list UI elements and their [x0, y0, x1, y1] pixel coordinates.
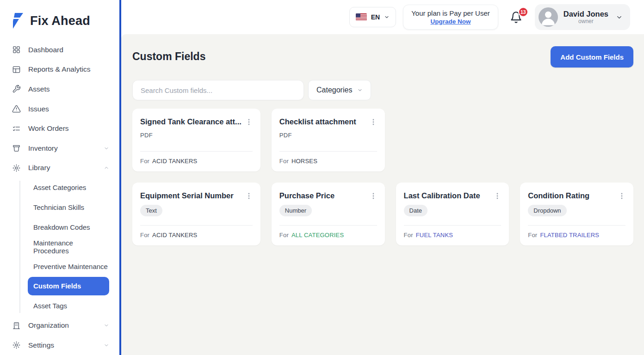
chevron-up-icon — [104, 165, 109, 171]
kebab-menu-icon[interactable] — [494, 192, 501, 200]
sidebar-item-technician-skills[interactable]: Technician Skills — [28, 197, 109, 217]
sidebar-item-inventory[interactable]: Inventory — [0, 138, 119, 158]
user-menu[interactable]: David Jones owner — [535, 4, 630, 30]
kebab-menu-icon[interactable] — [618, 192, 625, 200]
sidebar-item-label: Organization — [28, 321, 69, 330]
person-icon — [539, 7, 558, 27]
upgrade-now-link[interactable]: Upgrade Now — [431, 18, 471, 25]
search-input[interactable] — [132, 80, 304, 100]
chevron-down-icon — [104, 146, 109, 151]
kebab-menu-icon[interactable] — [370, 118, 377, 126]
page-title: Custom Fields — [132, 50, 205, 63]
for-label: For — [279, 232, 289, 239]
custom-field-card: Purchase Price Number For ALL CATEGORIES — [272, 183, 385, 245]
sidebar-item-asset-categories[interactable]: Asset Categories — [28, 178, 109, 198]
card-title: Last Calibration Date — [404, 191, 480, 200]
for-label: For — [140, 232, 149, 239]
brand-logo: Fix Ahead — [0, 0, 119, 30]
organization-icon — [12, 321, 21, 330]
card-category: ALL CATEGORIES — [291, 232, 344, 239]
kebab-menu-icon[interactable] — [245, 192, 253, 200]
sidebar-item-preventive-maintenance[interactable]: Preventive Maintenance — [28, 257, 109, 276]
kebab-menu-icon[interactable] — [370, 192, 377, 200]
sidebar-item-maintenance-procedures[interactable]: Maintenance Procedures — [28, 237, 109, 257]
us-flag-icon — [356, 13, 367, 21]
sub-item-label: Breakdown Codes — [33, 223, 90, 231]
field-type-badge: Dropdown — [528, 205, 566, 216]
sidebar-item-organization[interactable]: Organization — [0, 316, 119, 336]
add-custom-fields-button[interactable]: Add Custom Fields — [551, 46, 633, 67]
sub-item-label: Preventive Maintenance — [33, 263, 108, 270]
sidebar-nav: Dashboard Reports & Analytics Assets Iss… — [0, 40, 119, 355]
sidebar-item-label: Issues — [28, 105, 49, 113]
card-title: Equipment Serial Number — [140, 191, 234, 200]
chevron-down-icon — [384, 14, 390, 20]
custom-fields-grid: Signed Tank Clearance att... PDF For ACI… — [132, 109, 633, 245]
sidebar-item-assets[interactable]: Assets — [0, 80, 119, 99]
sub-item-label: Asset Categories — [33, 184, 86, 191]
custom-field-card: Equipment Serial Number Text For ACID TA… — [132, 183, 260, 245]
field-type-label: PDF — [279, 132, 292, 139]
field-type-badge: Text — [140, 205, 162, 216]
sidebar-item-dashboard[interactable]: Dashboard — [0, 40, 119, 60]
reports-icon — [12, 65, 21, 74]
alert-triangle-icon — [12, 104, 21, 113]
kebab-menu-icon[interactable] — [245, 118, 253, 126]
library-submenu: Asset Categories Technician Skills Break… — [19, 178, 119, 316]
work-orders-icon — [12, 124, 21, 133]
brand-name: Fix Ahead — [30, 14, 90, 28]
content-panel: Custom Fields Add Custom Fields Categori… — [121, 34, 644, 355]
sidebar-item-custom-fields[interactable]: Custom Fields — [28, 277, 109, 295]
categories-filter-dropdown[interactable]: Categories — [308, 80, 371, 100]
card-title: Condition Rating — [528, 191, 589, 200]
sub-item-label: Asset Tags — [33, 302, 67, 310]
library-icon — [12, 164, 21, 172]
sidebar-item-asset-tags[interactable]: Asset Tags — [28, 296, 109, 316]
card-category: ACID TANKERS — [152, 232, 197, 239]
chevron-down-icon — [104, 323, 109, 328]
sub-item-label: Technician Skills — [33, 203, 84, 211]
main-area: EN Your plan is Pay per User Upgrade Now… — [121, 0, 644, 355]
plan-text: Your plan is Pay per User — [411, 9, 490, 17]
for-label: For — [404, 232, 413, 239]
notification-badge: 13 — [518, 7, 528, 17]
card-category: FUEL TANKS — [416, 232, 453, 239]
custom-field-card: Condition Rating Dropdown For FLATBED TR… — [520, 183, 633, 245]
card-title: Checklist attachment — [279, 117, 356, 126]
user-role: owner — [564, 18, 608, 24]
custom-field-card: Checklist attachment PDF For HORSES — [272, 109, 385, 171]
language-select[interactable]: EN — [349, 7, 396, 27]
chevron-down-icon — [616, 14, 623, 21]
card-category: ACID TANKERS — [152, 158, 197, 165]
gear-icon — [12, 341, 21, 349]
plan-banner: Your plan is Pay per User Upgrade Now — [403, 5, 498, 30]
sidebar-item-library[interactable]: Library — [0, 158, 119, 178]
card-title: Purchase Price — [279, 191, 334, 200]
sidebar-item-issues[interactable]: Issues — [0, 99, 119, 119]
sidebar-item-breakdown-codes[interactable]: Breakdown Codes — [28, 217, 109, 237]
language-code: EN — [371, 13, 380, 21]
sidebar-item-label: Library — [28, 164, 50, 172]
card-category: HORSES — [291, 158, 317, 165]
for-label: For — [140, 158, 149, 165]
chevron-down-icon — [104, 343, 109, 348]
field-type-label: PDF — [140, 132, 153, 139]
sidebar-item-work-orders[interactable]: Work Orders — [0, 119, 119, 139]
sidebar-item-label: Reports & Analytics — [28, 65, 90, 73]
sidebar-item-label: Work Orders — [28, 124, 69, 133]
fix-ahead-logo-icon — [10, 12, 24, 30]
categories-filter-label: Categories — [316, 86, 352, 94]
card-title: Signed Tank Clearance att... — [140, 117, 242, 126]
user-name: David Jones — [564, 10, 608, 18]
for-label: For — [279, 158, 289, 165]
topbar: EN Your plan is Pay per User Upgrade Now… — [121, 0, 644, 34]
avatar — [539, 7, 558, 27]
sidebar-item-settings[interactable]: Settings — [0, 335, 119, 355]
custom-field-card: Signed Tank Clearance att... PDF For ACI… — [132, 109, 260, 171]
custom-field-card: Last Calibration Date Date For FUEL TANK… — [396, 183, 509, 245]
field-type-badge: Date — [404, 205, 427, 216]
card-category: FLATBED TRAILERS — [540, 232, 599, 239]
dashboard-icon — [12, 45, 21, 54]
notifications-button[interactable]: 13 — [510, 11, 522, 24]
sidebar-item-reports[interactable]: Reports & Analytics — [0, 60, 119, 80]
